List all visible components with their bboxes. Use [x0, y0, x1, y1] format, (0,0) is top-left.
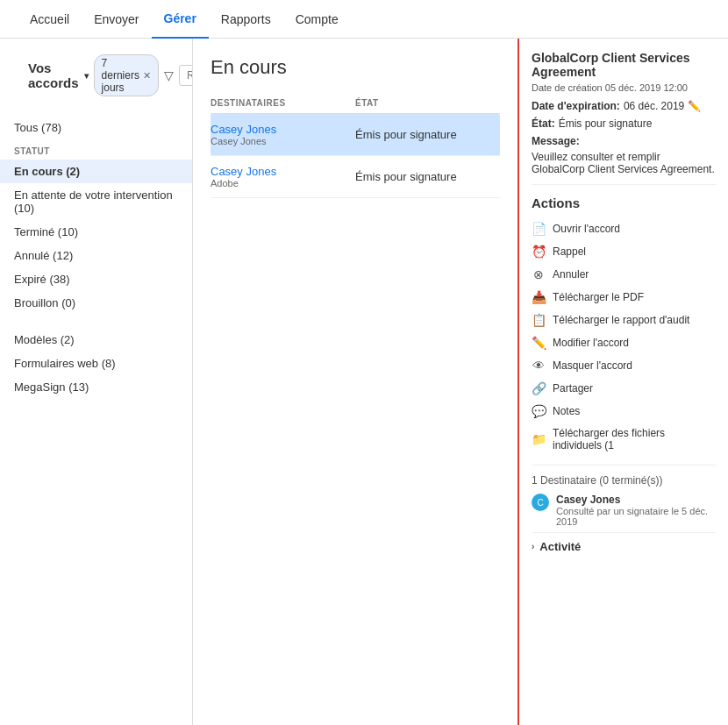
- nav-compte[interactable]: Compte: [283, 0, 351, 39]
- audit-icon: 📋: [532, 313, 546, 327]
- sidebar-item-all[interactable]: Tous (78): [0, 116, 192, 139]
- notes-icon: 💬: [532, 404, 546, 418]
- action-modifier[interactable]: ✏️ Modifier l'accord: [532, 331, 716, 354]
- sidebar-item-termine[interactable]: Terminé (10): [0, 220, 192, 244]
- recipient-section: 1 Destinataire (0 terminé(s)) C Casey Jo…: [532, 474, 716, 527]
- action-telecharger-pdf[interactable]: 📥 Télécharger le PDF: [532, 286, 716, 309]
- sidebar-header: Vos accords ▾ 7 derniers jours ✕ ▽: [0, 49, 192, 116]
- panel-creation-date: Date de création 05 déc. 2019 12:00: [532, 82, 716, 93]
- sidebar-item-modeles[interactable]: Modèles (2): [0, 328, 192, 352]
- panel-divider-2: [532, 465, 716, 466]
- sidebar-item-megasign[interactable]: MegaSign (13): [0, 375, 192, 399]
- main-layout: Vos accords ▾ 7 derniers jours ✕ ▽ Tous …: [0, 39, 728, 725]
- sidebar-item-expire[interactable]: Expiré (38): [0, 267, 192, 291]
- accord-dropdown-btn[interactable]: Vos accords ▾: [28, 60, 89, 90]
- panel-divider-1: [532, 184, 716, 185]
- table-row[interactable]: Casey Jones Adobe Émis pour signature: [211, 156, 500, 198]
- nav-rapports[interactable]: Rapports: [209, 0, 283, 39]
- action-ouvrir[interactable]: 📄 Ouvrir l'accord: [532, 217, 716, 240]
- avatar: C: [532, 494, 549, 511]
- pdf-download-icon: 📥: [532, 290, 546, 304]
- panel-title: GlobalCorp Client Services Agreement: [532, 51, 716, 79]
- right-panel: GlobalCorp Client Services Agreement Dat…: [517, 39, 728, 725]
- col-header-state: ÉTAT: [355, 98, 500, 108]
- document-icon: 📄: [532, 222, 546, 236]
- recipient-sub-2: Adobe: [211, 178, 355, 188]
- recipient-details: Casey Jones Consulté par un signataire l…: [556, 494, 716, 527]
- action-notes[interactable]: 💬 Notes: [532, 400, 716, 423]
- action-masquer[interactable]: 👁 Masquer l'accord: [532, 354, 716, 377]
- top-nav: Accueil Envoyer Gérer Rapports Compte: [0, 0, 728, 39]
- filter-icon[interactable]: ▽: [164, 68, 174, 82]
- sidebar-item-annule[interactable]: Annulé (12): [0, 244, 192, 267]
- sidebar-item-en-cours[interactable]: En cours (2): [0, 160, 192, 183]
- table-row[interactable]: Casey Jones Casey Jones Émis pour signat…: [211, 114, 500, 156]
- recipient-info-2: Casey Jones Adobe: [211, 165, 355, 188]
- nav-gerer[interactable]: Gérer: [152, 0, 209, 39]
- panel-message-row: Message: Veuillez consulter et remplir G…: [532, 135, 716, 175]
- activity-row[interactable]: › Activité: [532, 532, 716, 560]
- chevron-down-icon: ▾: [84, 71, 89, 81]
- alarm-icon: ⏰: [532, 245, 546, 259]
- filter-chip-close-icon[interactable]: ✕: [143, 70, 151, 82]
- action-telecharger-fichiers[interactable]: 📁 Télécharger des fichiers individuels (…: [532, 423, 716, 456]
- col-header-dest: DESTINATAIRES: [211, 98, 355, 108]
- panel-expiration-row: Date d'expiration: 06 déc. 2019 ✏️: [532, 100, 716, 112]
- content-area: En cours DESTINATAIRES ÉTAT Casey Jones …: [193, 39, 517, 725]
- cancel-icon: ⊗: [532, 267, 546, 281]
- recipient-info-1: Casey Jones Casey Jones: [211, 123, 355, 146]
- share-icon: 🔗: [532, 381, 546, 395]
- sidebar-item-formulaires-web[interactable]: Formulaires web (8): [0, 352, 192, 375]
- hide-icon: 👁: [532, 359, 546, 373]
- state-text-2: Émis pour signature: [355, 170, 500, 183]
- table-header: DESTINATAIRES ÉTAT: [211, 93, 500, 114]
- action-partager[interactable]: 🔗 Partager: [532, 377, 716, 400]
- nav-accueil[interactable]: Accueil: [18, 0, 82, 39]
- sidebar-item-brouillon[interactable]: Brouillon (0): [0, 291, 192, 315]
- recipient-entry: C Casey Jones Consulté par un signataire…: [532, 494, 716, 527]
- recipient-status: Consulté par un signataire le 5 déc. 201…: [556, 506, 716, 527]
- filter-bar: Vos accords ▾ 7 derniers jours ✕ ▽: [14, 54, 178, 107]
- sidebar-section-statut: STATUT: [0, 139, 192, 160]
- edit-expiration-icon[interactable]: ✏️: [688, 100, 701, 112]
- recipient-name-2: Casey Jones: [211, 165, 355, 178]
- panel-etat-row: État: Émis pour signature: [532, 117, 716, 130]
- action-telecharger-audit[interactable]: 📋 Télécharger le rapport d'audit: [532, 309, 716, 331]
- recipient-count: 1 Destinataire (0 terminé(s)): [532, 474, 716, 487]
- chevron-right-icon: ›: [532, 542, 534, 551]
- files-download-icon: 📁: [532, 432, 546, 446]
- action-annuler[interactable]: ⊗ Annuler: [532, 263, 716, 286]
- recipient-sub-1: Casey Jones: [211, 136, 355, 146]
- edit-icon: ✏️: [532, 336, 546, 350]
- state-text-1: Émis pour signature: [355, 128, 500, 141]
- page-title: En cours: [211, 56, 500, 79]
- search-input[interactable]: [179, 65, 193, 86]
- recipient-full-name: Casey Jones: [556, 494, 716, 506]
- sidebar: Vos accords ▾ 7 derniers jours ✕ ▽ Tous …: [0, 39, 193, 725]
- action-rappel[interactable]: ⏰ Rappel: [532, 240, 716, 263]
- panel-actions-title: Actions: [532, 195, 716, 210]
- filter-chip[interactable]: 7 derniers jours ✕: [94, 54, 159, 96]
- sidebar-item-en-attente[interactable]: En attente de votre intervention (10): [0, 183, 192, 220]
- recipient-name-1: Casey Jones: [211, 123, 355, 136]
- nav-envoyer[interactable]: Envoyer: [82, 0, 151, 39]
